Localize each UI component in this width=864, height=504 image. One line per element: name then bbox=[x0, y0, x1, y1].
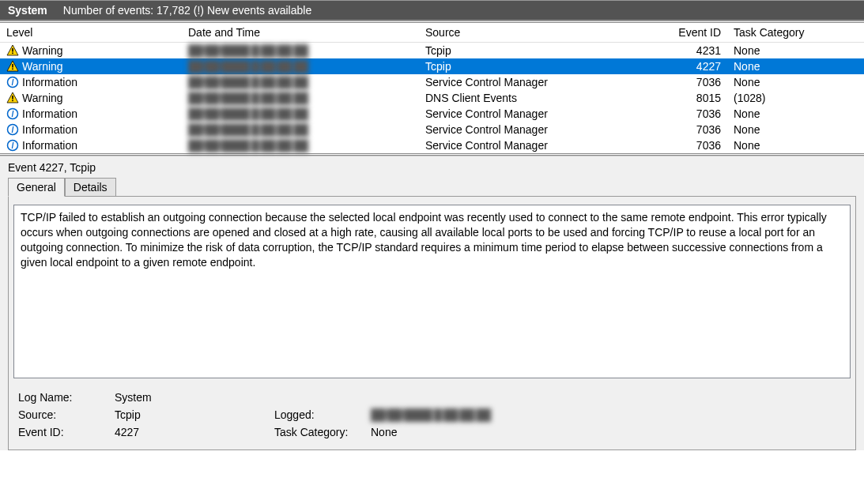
cell-source: Service Control Manager bbox=[425, 139, 548, 152]
cell-task: None bbox=[734, 123, 760, 136]
cell-level: Warning bbox=[22, 92, 63, 104]
svg-rect-1 bbox=[12, 48, 13, 52]
cell-task: None bbox=[734, 60, 760, 73]
event-fields: Log Name: System Source: Tcpip Logged: █… bbox=[13, 378, 851, 442]
label-eventid: Event ID: bbox=[18, 424, 113, 440]
cell-task: None bbox=[734, 44, 760, 57]
cell-level: Information bbox=[22, 123, 77, 136]
tab-panel-general: TCP/IP failed to establish an outgoing c… bbox=[8, 196, 856, 450]
col-source[interactable]: Source bbox=[419, 23, 656, 43]
event-description[interactable]: TCP/IP failed to establish an outgoing c… bbox=[13, 205, 851, 378]
detail-pane: Event 4227, Tcpip General Details TCP/IP… bbox=[0, 156, 864, 450]
warning-icon bbox=[6, 60, 19, 73]
cell-task: None bbox=[734, 107, 760, 120]
cell-date: ██/██/████ █:██:██ ██ bbox=[188, 123, 307, 136]
cell-level: Information bbox=[22, 139, 77, 152]
header-bar: System Number of events: 17,782 (!) New … bbox=[0, 0, 864, 21]
col-date[interactable]: Date and Time bbox=[182, 23, 419, 43]
svg-rect-9 bbox=[12, 96, 13, 100]
cell-eventid: 7036 bbox=[696, 107, 721, 120]
value-source: Tcpip bbox=[115, 407, 273, 423]
header-status: Number of events: 17,782 (!) New events … bbox=[63, 4, 311, 17]
cell-eventid: 4227 bbox=[696, 60, 721, 73]
table-row[interactable]: Warning██/██/████ █:██:██ ██Tcpip4231Non… bbox=[0, 43, 864, 59]
label-source: Source: bbox=[18, 407, 113, 423]
cell-level: Information bbox=[22, 76, 77, 88]
cell-eventid: 8015 bbox=[696, 92, 721, 104]
table-row[interactable]: Warning██/██/████ █:██:██ ██DNS Client E… bbox=[0, 90, 864, 106]
cell-level: Warning bbox=[22, 44, 63, 57]
label-task: Task Category: bbox=[274, 424, 369, 440]
info-icon: i bbox=[6, 139, 19, 152]
cell-source: Service Control Manager bbox=[425, 76, 548, 88]
cell-date: ██/██/████ █:██:██ ██ bbox=[188, 139, 307, 152]
cell-date: ██/██/████ █:██:██ ██ bbox=[188, 76, 307, 88]
info-icon: i bbox=[6, 123, 19, 136]
cell-date: ██/██/████ █:██:██ ██ bbox=[188, 60, 307, 73]
tabs: General Details bbox=[0, 177, 864, 196]
table-row[interactable]: iInformation██/██/████ █:██:██ ██Service… bbox=[0, 74, 864, 90]
cell-source: Service Control Manager bbox=[425, 107, 548, 120]
cell-task: None bbox=[734, 76, 760, 88]
table-row[interactable]: iInformation██/██/████ █:██:██ ██Service… bbox=[0, 137, 864, 153]
svg-rect-10 bbox=[12, 100, 13, 102]
col-level[interactable]: Level bbox=[0, 23, 182, 43]
warning-icon bbox=[6, 92, 19, 104]
cell-task: None bbox=[734, 139, 760, 152]
event-table[interactable]: Level Date and Time Source Event ID Task… bbox=[0, 23, 864, 153]
col-eventid[interactable]: Event ID bbox=[656, 23, 727, 43]
svg-rect-2 bbox=[12, 53, 13, 55]
cell-date: ██/██/████ █:██:██ ██ bbox=[188, 107, 307, 120]
cell-source: Tcpip bbox=[425, 44, 451, 57]
header-title: System bbox=[8, 4, 47, 17]
cell-source: DNS Client Events bbox=[425, 92, 517, 104]
warning-icon bbox=[6, 44, 19, 57]
value-eventid: 4227 bbox=[115, 424, 273, 440]
value-logname: System bbox=[115, 389, 273, 405]
col-task[interactable]: Task Category bbox=[727, 23, 864, 43]
tab-general[interactable]: General bbox=[8, 178, 65, 197]
cell-level: Information bbox=[22, 107, 77, 120]
svg-rect-5 bbox=[12, 69, 13, 70]
table-row[interactable]: iInformation██/██/████ █:██:██ ██Service… bbox=[0, 122, 864, 137]
cell-eventid: 4231 bbox=[696, 44, 721, 57]
value-logged: ██/██/████ █:██:██ ██ bbox=[371, 407, 529, 423]
cell-date: ██/██/████ █:██:██ ██ bbox=[188, 92, 307, 104]
svg-rect-4 bbox=[12, 64, 13, 68]
cell-level: Warning bbox=[22, 60, 63, 73]
value-task: None bbox=[371, 424, 529, 440]
cell-task: (1028) bbox=[734, 92, 765, 104]
cell-eventid: 7036 bbox=[696, 76, 721, 88]
cell-eventid: 7036 bbox=[696, 139, 721, 152]
cell-eventid: 7036 bbox=[696, 123, 721, 136]
info-icon: i bbox=[6, 76, 19, 88]
label-logged: Logged: bbox=[274, 407, 369, 423]
cell-date: ██/██/████ █:██:██ ██ bbox=[188, 44, 307, 57]
tab-details[interactable]: Details bbox=[65, 178, 116, 197]
table-header-row[interactable]: Level Date and Time Source Event ID Task… bbox=[0, 23, 864, 43]
label-logname: Log Name: bbox=[18, 389, 113, 405]
table-row[interactable]: iInformation██/██/████ █:██:██ ██Service… bbox=[0, 106, 864, 122]
cell-source: Tcpip bbox=[425, 60, 451, 73]
detail-heading: Event 4227, Tcpip bbox=[0, 156, 864, 177]
cell-source: Service Control Manager bbox=[425, 123, 548, 136]
table-row[interactable]: Warning██/██/████ █:██:██ ██Tcpip4227Non… bbox=[0, 58, 864, 74]
info-icon: i bbox=[6, 107, 19, 120]
